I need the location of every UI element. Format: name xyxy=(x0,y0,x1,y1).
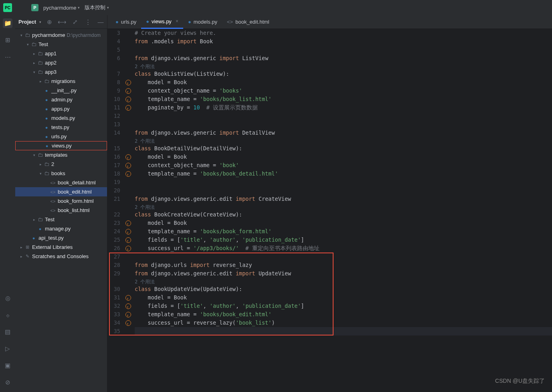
settings-icon[interactable]: ⋮ xyxy=(83,17,93,27)
project-dropdown[interactable]: pycharmdome▾ xyxy=(43,5,80,11)
project-sidebar: Project ▾ ⊕ ⟷ ⤢ ⋮ — ▾🗀pycharmdomeD:\pych… xyxy=(15,15,107,392)
run-icon[interactable]: ▷ xyxy=(3,344,12,354)
sidebar-title: Project xyxy=(18,19,36,25)
tree-item-2[interactable]: ▸🗀2 xyxy=(15,160,107,169)
hide-icon[interactable]: — xyxy=(96,17,105,27)
project-tool-icon[interactable]: 📁 xyxy=(3,18,12,28)
line-numbers: 3456789101112131415161718192021222324252… xyxy=(107,29,123,392)
tree-item-manage.py[interactable]: ●manage.py xyxy=(15,224,107,233)
locate-icon[interactable]: ⊕ xyxy=(44,17,54,27)
project-badge: P xyxy=(31,4,38,11)
tree-item-books[interactable]: ▾🗀books xyxy=(15,169,107,178)
problems-icon[interactable]: ⊘ xyxy=(3,378,12,387)
tree-item-migrations[interactable]: ▸🗀migrations xyxy=(15,77,107,86)
tab-book_edit.html[interactable]: <>book_edit.html xyxy=(222,15,274,29)
python-console-icon[interactable]: ⟐ xyxy=(3,310,12,320)
tree-item-urls.py[interactable]: ●urls.py xyxy=(15,132,107,141)
tab-views.py[interactable]: ●views.py× xyxy=(141,15,183,29)
tree-item-app1[interactable]: ▸🗀app1 xyxy=(15,49,107,58)
left-toolbar: 📁 ⊞ ⋯ ◎ ⟐ ▤ ▷ ▣ ⊘ xyxy=(0,15,15,392)
project-tree[interactable]: ▾🗀pycharmdomeD:\pycharmdom▾🗀Test▸🗀app1▸🗀… xyxy=(15,29,107,392)
watermark: CSDN @U盘失踪了 xyxy=(495,378,545,385)
packages-icon[interactable]: ▤ xyxy=(3,327,12,337)
tree-item-tests.py[interactable]: ●tests.py xyxy=(15,123,107,132)
vcs-menu[interactable]: 版本控制▾ xyxy=(85,4,109,11)
collapse-icon[interactable]: ⟷ xyxy=(57,17,67,27)
tab-models.py[interactable]: ●models.py xyxy=(183,15,222,29)
tree-item-app3[interactable]: ▾🗀app3 xyxy=(15,67,107,77)
hamburger-icon[interactable] xyxy=(17,3,26,12)
tree-item-Test[interactable]: ▸🗀Test xyxy=(15,215,107,224)
tree-item-Scratches and Consoles[interactable]: ▸✎Scratches and Consoles xyxy=(15,252,107,261)
tree-item-Test[interactable]: ▾🗀Test xyxy=(15,40,107,49)
editor-area: ●urls.py●views.py×●models.py<>book_edit.… xyxy=(107,15,552,392)
tree-item-External Libraries[interactable]: ▸⊞External Libraries xyxy=(15,242,107,252)
tab-urls.py[interactable]: ●urls.py xyxy=(111,15,141,29)
tree-item-book_form.html[interactable]: <>book_form.html xyxy=(15,196,107,206)
expand-icon[interactable]: ⤢ xyxy=(70,17,80,27)
services-icon[interactable]: ◎ xyxy=(3,293,12,303)
tree-item-models.py[interactable]: ●models.py xyxy=(15,113,107,123)
sidebar-header: Project ▾ ⊕ ⟷ ⤢ ⋮ — xyxy=(15,15,107,29)
gutter-marks xyxy=(123,29,133,392)
tree-item-book_detail.html[interactable]: <>book_detail.html xyxy=(15,178,107,187)
code-lines[interactable]: # Create your views here.from .models im… xyxy=(133,29,552,392)
terminal-icon[interactable]: ▣ xyxy=(3,361,12,370)
tree-item-app2[interactable]: ▸🗀app2 xyxy=(15,58,107,67)
tree-item-api_test.py[interactable]: ●api_test.py xyxy=(15,233,107,242)
tree-item-admin.py[interactable]: ●admin.py xyxy=(15,95,107,104)
tree-item-pycharmdome[interactable]: ▾🗀pycharmdomeD:\pycharmdom xyxy=(15,30,107,40)
tree-item-views.py[interactable]: ●views.py xyxy=(15,141,107,150)
titlebar: PC P pycharmdome▾ 版本控制▾ xyxy=(0,0,552,15)
tree-item-__init__.py[interactable]: ●__init__.py xyxy=(15,86,107,95)
tree-item-book_list.html[interactable]: <>book_list.html xyxy=(15,206,107,215)
more-icon[interactable]: ⋯ xyxy=(3,52,12,62)
close-icon[interactable]: × xyxy=(176,18,178,24)
app-logo: PC xyxy=(3,3,12,12)
tree-item-book_edit.html[interactable]: <>book_edit.html xyxy=(15,187,107,196)
code-editor[interactable]: 3456789101112131415161718192021222324252… xyxy=(107,29,552,392)
tree-item-apps.py[interactable]: ●apps.py xyxy=(15,104,107,113)
structure-icon[interactable]: ⊞ xyxy=(3,35,12,45)
editor-tabs: ●urls.py●views.py×●models.py<>book_edit.… xyxy=(107,15,552,29)
tree-item-templates[interactable]: ▾🗀templates xyxy=(15,150,107,160)
